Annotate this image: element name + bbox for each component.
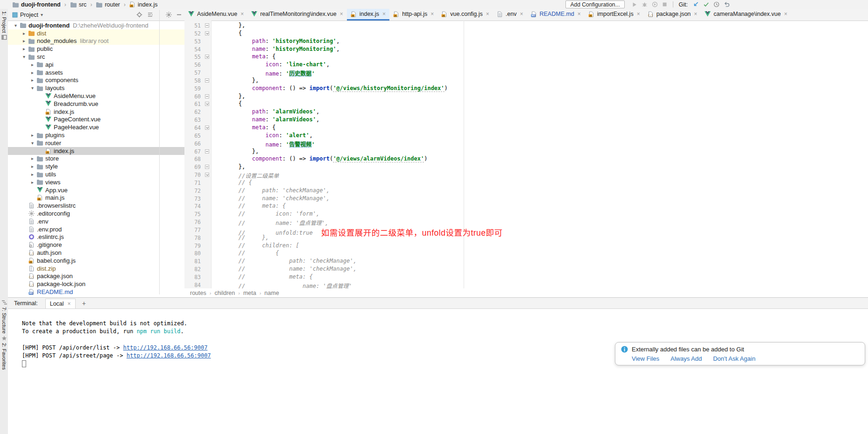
terminal-link[interactable]: http://192.168.66.56:9007 xyxy=(127,352,211,359)
tree-item[interactable]: MDREADME.md xyxy=(8,288,184,296)
terminal-output[interactable]: Note that the development build is not o… xyxy=(22,320,211,368)
tree-item[interactable]: JSbabel.config.js xyxy=(8,257,184,265)
hide-panel-icon[interactable] xyxy=(176,12,182,17)
tree-item[interactable]: ▸components xyxy=(8,77,184,84)
tree-item[interactable]: {;}package-lock.json xyxy=(8,280,184,288)
tree-item[interactable]: dist.zip xyxy=(8,265,184,273)
git-commit-icon[interactable] xyxy=(703,1,709,7)
chevron-down-icon[interactable]: ▾ xyxy=(21,54,28,59)
stop-icon[interactable] xyxy=(662,2,667,7)
tree-item[interactable]: .editorconfig xyxy=(8,210,184,217)
breadcrumb-item[interactable]: router xyxy=(96,1,120,8)
editor-breadcrumb-item[interactable]: name xyxy=(264,290,279,296)
notification-action[interactable]: View Files xyxy=(632,355,659,362)
tree-item[interactable]: PageHeader.vue xyxy=(8,123,184,131)
editor-tab[interactable]: JSimportExcel.js× xyxy=(585,9,644,21)
editor-tab[interactable]: AsideMenu.vue× xyxy=(184,9,247,21)
code-area[interactable]: 5152535455565758596061626364656667686970… xyxy=(184,21,868,288)
tree-item[interactable]: JSindex.js xyxy=(8,147,184,155)
tree-item[interactable]: .gitignore xyxy=(8,241,184,249)
fold-marker-icon[interactable] xyxy=(205,173,209,177)
debug-icon[interactable] xyxy=(642,1,648,7)
chevron-right-icon[interactable]: ▸ xyxy=(21,31,28,36)
chevron-right-icon[interactable]: ▸ xyxy=(29,70,36,75)
editor-tab[interactable]: JShttp-api.js× xyxy=(389,9,438,21)
chevron-right-icon[interactable]: ▸ xyxy=(29,180,36,185)
fold-marker-icon[interactable] xyxy=(205,126,209,130)
collapse-all-icon[interactable] xyxy=(147,12,153,18)
gear-icon[interactable] xyxy=(166,12,172,18)
tree-item[interactable]: ▸plugins xyxy=(8,131,184,139)
run-coverage-icon[interactable] xyxy=(652,1,658,7)
fold-marker-icon[interactable] xyxy=(205,78,209,83)
editor-tab[interactable]: {;}package.json× xyxy=(644,9,701,21)
tree-item[interactable]: AsideMenu.vue xyxy=(8,92,184,100)
chevron-down-icon[interactable]: ▾ xyxy=(29,140,36,146)
chevron-right-icon[interactable]: ▸ xyxy=(21,38,28,43)
close-icon[interactable]: × xyxy=(68,301,71,307)
editor-tab[interactable]: .env× xyxy=(493,9,527,21)
code-text[interactable]: }, { path: 'historyMonitoring', name: 'h… xyxy=(212,21,868,288)
tree-item[interactable]: .env.prod xyxy=(8,225,184,233)
terminal-tab-local[interactable]: Local × xyxy=(45,299,76,308)
notification-action[interactable]: Always Add xyxy=(670,355,702,362)
tree-item[interactable]: JSmain.js xyxy=(8,194,184,202)
git-update-icon[interactable] xyxy=(693,1,699,7)
notification-action[interactable]: Don't Ask Again xyxy=(713,355,755,362)
close-icon[interactable]: × xyxy=(520,11,523,17)
tree-item[interactable]: ▸dist xyxy=(8,29,184,37)
git-rollback-icon[interactable] xyxy=(724,1,730,7)
tree-item[interactable]: App.vue xyxy=(8,186,184,194)
chevron-right-icon[interactable]: ▸ xyxy=(29,156,36,161)
terminal-link[interactable]: http://192.168.66.56:9007 xyxy=(123,344,208,351)
tree-item[interactable]: PageContent.vue xyxy=(8,116,184,124)
locate-file-icon[interactable] xyxy=(136,12,142,18)
chevron-down-icon[interactable]: ▾ xyxy=(12,23,19,28)
tree-item[interactable]: ▸store xyxy=(8,155,184,163)
close-icon[interactable]: × xyxy=(382,11,386,17)
run-icon[interactable] xyxy=(632,2,637,7)
chevron-right-icon[interactable]: ▸ xyxy=(21,46,28,51)
fold-marker-icon[interactable] xyxy=(205,23,209,28)
close-icon[interactable]: × xyxy=(578,11,581,17)
tree-item[interactable]: ▸assets xyxy=(8,69,184,77)
project-panel-title[interactable]: Project xyxy=(20,12,38,18)
chevron-right-icon[interactable]: ▸ xyxy=(29,164,36,169)
breadcrumb-item[interactable]: duoji-frontend xyxy=(12,1,61,8)
close-icon[interactable]: × xyxy=(240,11,244,17)
add-configuration-button[interactable]: Add Configuration... xyxy=(565,0,624,8)
editor-tab[interactable]: JSvue.config.js× xyxy=(438,9,493,21)
new-terminal-icon[interactable]: + xyxy=(80,300,88,307)
git-history-icon[interactable] xyxy=(713,1,720,7)
chevron-down-icon[interactable]: ▾ xyxy=(29,85,36,91)
tree-item[interactable]: ▾router xyxy=(8,139,184,147)
tree-item[interactable]: Breadcrumb.vue xyxy=(8,100,184,108)
tree-item[interactable]: ▾src xyxy=(8,53,184,61)
tree-item[interactable]: JSindex.js xyxy=(8,108,184,116)
tree-item[interactable]: ▾duoji-frontendD:\zheheWeb\duoji-fronten… xyxy=(8,21,184,29)
tree-item[interactable]: ▸style xyxy=(8,162,184,170)
editor-breadcrumb-item[interactable]: meta xyxy=(243,290,256,296)
breadcrumb-item[interactable]: JSindex.js xyxy=(129,1,157,8)
editor-tab[interactable]: realTimeMonitoring\index.vue× xyxy=(247,9,347,21)
tree-item[interactable]: ▸public xyxy=(8,45,184,53)
fold-marker-icon[interactable] xyxy=(205,94,209,98)
editor-breadcrumb-item[interactable]: children xyxy=(214,290,235,296)
chevron-right-icon[interactable]: ▸ xyxy=(29,133,36,138)
fold-marker-icon[interactable] xyxy=(205,165,209,169)
fold-marker-icon[interactable] xyxy=(205,102,209,106)
tree-item[interactable]: {;}auth.json xyxy=(8,249,184,257)
sidebar-item-project[interactable]: 1: Project xyxy=(0,11,8,40)
tree-scrollbar[interactable] xyxy=(159,10,160,294)
fold-marker-icon[interactable] xyxy=(205,149,209,154)
editor-tab[interactable]: JSindex.js× xyxy=(347,9,389,21)
editor-tab[interactable]: cameraManage\index.vue× xyxy=(701,9,791,21)
tree-item[interactable]: ▸api xyxy=(8,61,184,69)
breadcrumb-item[interactable]: src xyxy=(70,1,87,8)
close-icon[interactable]: × xyxy=(340,11,343,17)
close-icon[interactable]: × xyxy=(637,11,640,17)
editor-tab[interactable]: MDREADME.md× xyxy=(527,9,585,21)
tree-item[interactable]: {;}package.json xyxy=(8,273,184,280)
close-icon[interactable]: × xyxy=(486,11,489,17)
sidebar-item-structure[interactable]: 7: Structure xyxy=(0,300,8,334)
